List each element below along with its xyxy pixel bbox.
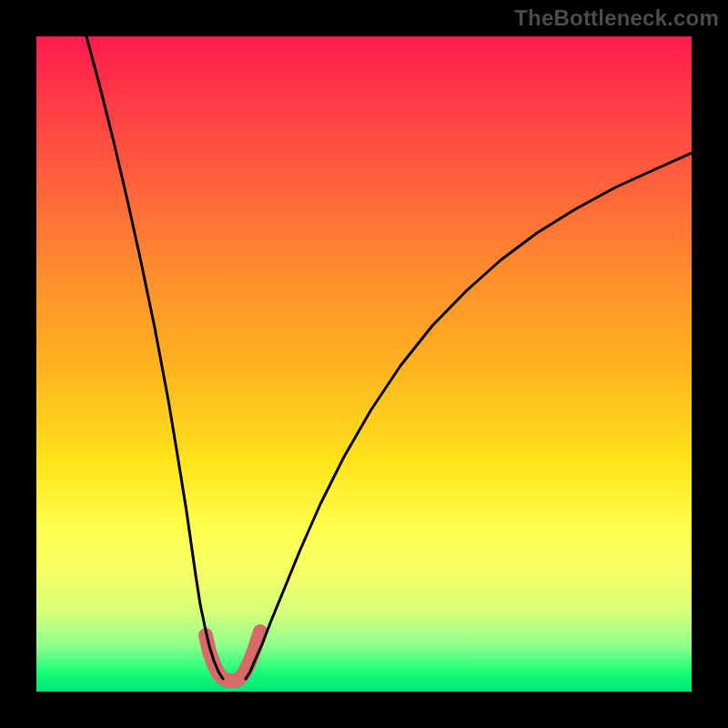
watermark-text: TheBottleneck.com (514, 5, 719, 31)
curve-layer (36, 36, 692, 692)
curve-right-path (246, 153, 692, 679)
curve-left-path (86, 36, 223, 679)
chart-frame: TheBottleneck.com (0, 0, 728, 728)
plot-area (36, 36, 692, 692)
